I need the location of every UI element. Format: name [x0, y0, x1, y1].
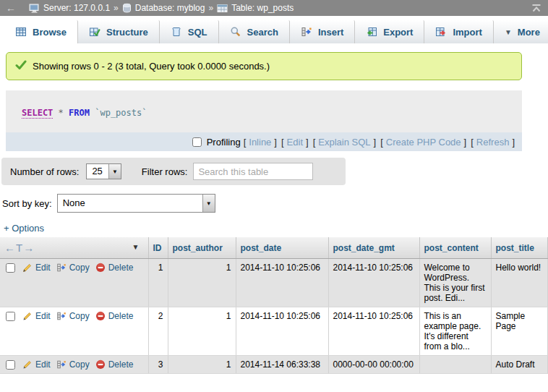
- tab-more[interactable]: ▼ More: [494, 20, 548, 43]
- success-message: Showing rows 0 - 2 (3 total, Query took …: [6, 52, 522, 80]
- chevron-down-icon: ▼: [202, 195, 215, 212]
- delete-icon: [95, 311, 106, 321]
- row-checkbox[interactable]: [6, 360, 15, 370]
- copy-link[interactable]: Copy: [56, 359, 90, 370]
- delete-link[interactable]: Delete: [95, 263, 134, 273]
- table-header-row: ←T→ ▼ ID post_author post_date post_date…: [0, 237, 548, 259]
- row-checkbox[interactable]: [6, 263, 15, 273]
- tab-label: Search: [247, 27, 278, 38]
- tab-sql[interactable]: SQL: [160, 20, 219, 43]
- results-table: ←T→ ▼ ID post_author post_date post_date…: [0, 237, 548, 374]
- breadcrumb-table[interactable]: Table: wp_posts: [231, 3, 294, 13]
- cell-post-content: [419, 356, 491, 374]
- breadcrumb-database[interactable]: Database: myblog: [135, 3, 205, 13]
- sql-keyword-from: FROM: [69, 108, 90, 118]
- table-row: Edit Copy Delete 3 1 2014-11-14 06:33:38…: [0, 356, 548, 374]
- tab-search[interactable]: Search: [219, 20, 290, 43]
- collapse-icon[interactable]: [531, 4, 542, 13]
- table-row: Edit Copy Delete 2 1 2014-11-10 10:25:06…: [0, 307, 548, 356]
- refresh-link[interactable]: Refresh: [476, 137, 510, 148]
- export-icon: [366, 26, 377, 38]
- chevron-down-icon: ▼: [108, 164, 121, 179]
- tab-structure[interactable]: Structure: [78, 20, 160, 43]
- tab-label: Export: [383, 27, 413, 38]
- inline-link[interactable]: Inline: [249, 137, 271, 148]
- cell-post-title: Sample Page: [491, 307, 548, 356]
- structure-icon: [89, 26, 100, 38]
- cell-post-author: 1: [168, 259, 236, 307]
- sql-keyword-select[interactable]: SELECT: [22, 108, 53, 119]
- profiling-label: Profiling: [207, 137, 241, 148]
- edit-link[interactable]: Edit: [22, 263, 51, 273]
- cell-id: 2: [148, 307, 168, 356]
- create-php-code-link[interactable]: Create PHP Code: [386, 137, 461, 148]
- column-header-id[interactable]: ID: [148, 237, 168, 259]
- table-filter-input[interactable]: [193, 163, 313, 180]
- tab-export[interactable]: Export: [355, 20, 424, 43]
- row-checkbox[interactable]: [6, 312, 15, 321]
- rows-per-page-select[interactable]: 25 ▼: [86, 163, 121, 179]
- success-check-icon: [15, 60, 27, 72]
- cell-post-date: 2014-11-14 06:33:38: [236, 356, 328, 374]
- delete-link[interactable]: Delete: [95, 359, 134, 370]
- sort-key-value: None: [58, 195, 91, 212]
- sort-key-select[interactable]: None ▼: [57, 194, 215, 213]
- tab-label: More: [518, 27, 540, 38]
- tab-label: Browse: [33, 27, 67, 38]
- database-icon: [122, 3, 132, 13]
- cell-id: 3: [148, 356, 168, 374]
- delete-icon: [95, 263, 106, 273]
- filter-rows-label: Filter rows:: [142, 166, 188, 177]
- server-icon: [29, 3, 40, 13]
- column-header-post-date-gmt[interactable]: post_date_gmt: [328, 237, 419, 259]
- success-message-text: Showing rows 0 - 2 (3 total, Query took …: [33, 61, 270, 72]
- copy-link[interactable]: Copy: [56, 263, 90, 273]
- options-toggle[interactable]: + Options: [4, 223, 44, 234]
- cell-id: 1: [148, 259, 168, 307]
- pencil-icon: [22, 311, 33, 321]
- tab-insert[interactable]: Insert: [290, 20, 355, 43]
- cell-post-content: Welcome to WordPress. This is your first…: [419, 259, 491, 307]
- browse-icon: [15, 26, 27, 38]
- delete-link[interactable]: Delete: [95, 311, 134, 321]
- cell-post-title: Hello world!: [491, 259, 548, 307]
- column-header-post-author[interactable]: post_author: [168, 237, 236, 259]
- edit-link[interactable]: Edit: [22, 359, 51, 370]
- cell-post-date: 2014-11-10 10:25:06: [236, 259, 328, 307]
- tab-browse[interactable]: Browse: [4, 20, 78, 43]
- rows-filter-bar: Number of rows: 25 ▼ Filter rows:: [1, 158, 346, 185]
- sql-query-panel: SELECT * FROM `wp_posts` Profiling [ Inl…: [6, 90, 522, 151]
- copy-icon: [56, 263, 67, 273]
- tab-label: Structure: [106, 27, 148, 38]
- column-header-post-date[interactable]: post_date: [236, 237, 328, 259]
- column-header-post-content[interactable]: post_content: [419, 237, 491, 259]
- cell-post-date-gmt: 0000-00-00 00:00:00: [328, 356, 419, 374]
- column-header-post-title[interactable]: post_title: [491, 237, 548, 259]
- number-of-rows-label: Number of rows:: [10, 166, 79, 177]
- sql-query-text: SELECT * FROM `wp_posts`: [6, 90, 522, 132]
- cell-post-date-gmt: 2014-11-10 10:25:06: [328, 259, 419, 307]
- back-arrow-icon[interactable]: ←: [6, 2, 16, 14]
- profiling-checkbox[interactable]: [192, 137, 202, 147]
- import-icon: [435, 26, 447, 38]
- chevron-down-icon: ▼: [505, 28, 512, 36]
- cell-post-content: This is an example page. It's different …: [419, 307, 491, 356]
- tab-label: SQL: [188, 27, 207, 38]
- breadcrumb: ← Server: 127.0.0.1 » Database: myblog »…: [0, 0, 548, 16]
- horizontal-toggle-icon[interactable]: ←T→: [4, 242, 35, 254]
- edit-query-link[interactable]: Edit: [287, 137, 303, 148]
- sort-row: Sort by key: None ▼: [2, 194, 548, 213]
- sort-triangle-icon[interactable]: ▼: [132, 243, 140, 251]
- breadcrumb-server[interactable]: Server: 127.0.0.1: [43, 3, 110, 13]
- delete-icon: [95, 359, 106, 370]
- cell-post-date: 2014-11-10 10:25:06: [236, 307, 328, 356]
- row-actions-header[interactable]: ←T→ ▼: [0, 237, 148, 259]
- rows-per-page-value: 25: [87, 164, 108, 179]
- tab-import[interactable]: Import: [424, 20, 493, 43]
- copy-link[interactable]: Copy: [56, 311, 90, 321]
- edit-link[interactable]: Edit: [22, 311, 51, 321]
- explain-sql-link[interactable]: Explain SQL: [318, 137, 370, 148]
- tab-label: Insert: [318, 27, 343, 38]
- cell-post-date-gmt: 2014-11-10 10:25:06: [328, 307, 419, 356]
- copy-icon: [56, 311, 67, 321]
